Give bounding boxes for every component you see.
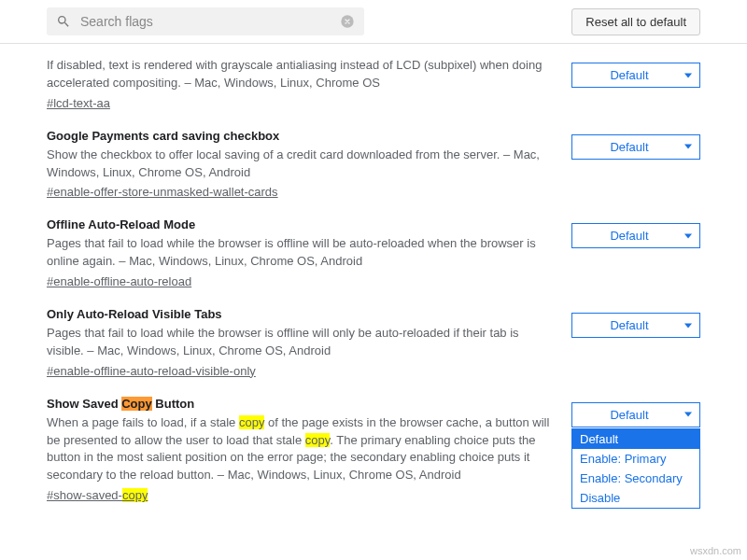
flag-description: Pages that fail to load while the browse… (47, 235, 553, 271)
flag-title-text: Button (152, 397, 194, 411)
reset-all-button[interactable]: Reset all to default (571, 8, 700, 35)
flag-title: Offline Auto-Reload Mode (47, 217, 553, 231)
watermark: wsxdn.com (690, 545, 741, 556)
highlight-term: copy (239, 415, 264, 429)
flag-title: Google Payments card saving checkbox (47, 129, 553, 143)
flag-item: Offline Auto-Reload Mode Pages that fail… (47, 204, 700, 294)
clear-icon[interactable] (340, 14, 355, 29)
desc-text: When a page fails to load, if a stale (47, 415, 239, 429)
search-box[interactable] (47, 7, 364, 35)
flag-dropdown[interactable]: Default (571, 223, 700, 248)
flag-item: Show Saved Copy Button When a page fails… (47, 384, 700, 508)
flag-dropdown[interactable]: Default (571, 313, 700, 338)
flag-title-text: Show Saved (47, 397, 121, 411)
flag-item: Only Auto-Reload Visible Tabs Pages that… (47, 294, 700, 384)
dropdown-option[interactable]: Disable (572, 488, 699, 508)
flag-id-link[interactable]: #enable-offline-auto-reload-visible-only (47, 364, 256, 378)
flag-title: Show Saved Copy Button (47, 397, 553, 411)
dropdown-option[interactable]: Default (572, 429, 699, 449)
flag-description: Pages that fail to load while the browse… (47, 325, 553, 360)
flag-description: When a page fails to load, if a stale co… (47, 414, 553, 484)
highlight-term: copy (305, 433, 331, 447)
flag-id-link[interactable]: #show-saved-copy (47, 488, 148, 502)
flag-id-text: #show-saved- (47, 488, 122, 502)
dropdown-menu: Default Enable: Primary Enable: Secondar… (571, 428, 700, 509)
flag-dropdown[interactable]: Default (571, 402, 700, 427)
dropdown-option[interactable]: Enable: Secondary (572, 469, 699, 488)
flag-id-link[interactable]: #lcd-text-aa (47, 96, 110, 110)
dropdown-option[interactable]: Enable: Primary (572, 449, 699, 469)
flag-dropdown[interactable]: Default (571, 134, 700, 160)
search-icon (56, 14, 71, 29)
flag-item: Default tile width Specify the default t… (47, 551, 700, 560)
flag-description: If disabled, text is rendered with grays… (47, 57, 553, 92)
header-bar: Reset all to default (0, 0, 747, 44)
highlight-term: copy (122, 488, 148, 502)
flag-dropdown[interactable]: Default (571, 63, 700, 88)
flag-item: Google Payments card saving checkbox Sho… (47, 116, 700, 205)
search-input[interactable] (78, 13, 340, 30)
flag-title: Only Auto-Reload Visible Tabs (47, 307, 553, 321)
flags-list: If disabled, text is rendered with grays… (0, 44, 747, 560)
flag-id-link[interactable]: #enable-offline-auto-reload (47, 274, 191, 288)
flag-item: If disabled, text is rendered with grays… (47, 44, 700, 116)
highlight-term: Copy (121, 397, 152, 411)
flag-id-link[interactable]: #enable-offer-store-unmasked-wallet-card… (47, 185, 278, 199)
flag-description: Show the checkbox to offer local saving … (47, 147, 553, 182)
